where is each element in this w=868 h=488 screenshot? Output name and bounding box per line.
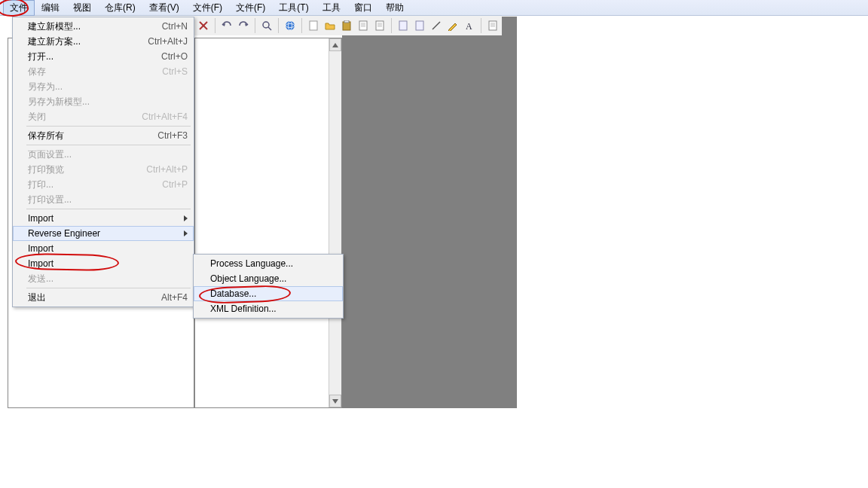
- undo-icon[interactable]: [219, 18, 234, 33]
- menu-item[interactable]: 工具(T): [272, 0, 315, 16]
- menu-item: 另存为新模型...: [13, 94, 194, 109]
- doc-icon[interactable]: [412, 18, 427, 33]
- menu-item-label: 打开...: [28, 50, 161, 63]
- file-menu-dropdown: 建立新模型...Ctrl+N建立新方案...Ctrl+Alt+J打开...Ctr…: [12, 17, 194, 307]
- scrollbar-vertical[interactable]: [329, 38, 341, 407]
- menu-item[interactable]: Import: [13, 256, 194, 271]
- svg-rect-11: [310, 21, 317, 30]
- submenu-item[interactable]: Object Language...: [194, 271, 343, 286]
- submenu-arrow-icon: [184, 230, 188, 236]
- globe-icon[interactable]: [283, 18, 298, 33]
- menu-item-label: 保存: [28, 66, 162, 78]
- scroll-up-button[interactable]: [329, 38, 341, 51]
- svg-text:A: A: [466, 21, 472, 30]
- menu-item[interactable]: 建立新模型...Ctrl+N: [13, 19, 194, 34]
- paste-icon[interactable]: [339, 18, 354, 33]
- menu-item[interactable]: 工具: [316, 0, 347, 16]
- line-icon[interactable]: [429, 18, 444, 33]
- submenu-item-label: Object Language...: [210, 273, 286, 284]
- submenu-item[interactable]: XML Definition...: [194, 301, 343, 316]
- svg-point-6: [263, 22, 269, 28]
- menu-item[interactable]: Import: [13, 241, 194, 256]
- menu-shortcut: Ctrl+Alt+J: [148, 36, 188, 47]
- menu-shortcut: Ctrl+F3: [157, 130, 188, 141]
- menu-item[interactable]: 文件: [3, 0, 35, 16]
- menu-shortcut: Ctrl+S: [162, 66, 188, 77]
- menu-item-label: 打印预览: [28, 163, 146, 176]
- menu-shortcut: Alt+F4: [161, 292, 188, 303]
- menu-item-label: Import: [28, 258, 188, 269]
- menu-item: 页面设置...: [13, 147, 194, 162]
- menu-item[interactable]: 退出Alt+F4: [13, 290, 194, 305]
- menu-item[interactable]: 建立新方案...Ctrl+Alt+J: [13, 34, 194, 49]
- find-icon[interactable]: [259, 18, 274, 33]
- menu-item[interactable]: Import: [13, 211, 194, 226]
- menu-shortcut: Ctrl+P: [162, 179, 188, 190]
- mid-panel: [194, 38, 342, 408]
- menu-item: 发送...: [13, 271, 194, 286]
- menu-item[interactable]: 文件(F): [186, 0, 229, 16]
- right-grey-area: [342, 17, 517, 408]
- new-icon[interactable]: [306, 18, 321, 33]
- menu-item-label: 另存为...: [28, 81, 188, 93]
- svg-point-8: [286, 21, 295, 30]
- menu-item: 打印...Ctrl+P: [13, 177, 194, 192]
- svg-marker-0: [332, 43, 338, 47]
- submenu-item-label: Database...: [210, 288, 256, 299]
- doc-icon[interactable]: [396, 18, 411, 33]
- menu-item[interactable]: 查看(V): [142, 0, 186, 16]
- menu-item[interactable]: 窗口: [347, 0, 379, 16]
- menu-separator: [26, 126, 191, 127]
- toolbar-separator: [255, 18, 255, 33]
- menu-item-label: Reverse Engineer: [28, 228, 184, 239]
- menu-item[interactable]: 仓库(R): [98, 0, 142, 16]
- page-icon[interactable]: [485, 18, 500, 33]
- menubar: 文件编辑视图仓库(R)查看(V)文件(F)文件(F)工具(T)工具窗口帮助: [0, 0, 868, 16]
- svg-rect-13: [344, 20, 349, 23]
- menu-item-label: 退出: [28, 291, 161, 304]
- menu-item: 保存Ctrl+S: [13, 64, 194, 79]
- toolbar-separator: [481, 18, 481, 33]
- page-icon[interactable]: [356, 18, 371, 33]
- menu-item: 打印设置...: [13, 192, 194, 207]
- menu-item: 另存为...: [13, 79, 194, 94]
- scroll-down-button[interactable]: [329, 395, 341, 407]
- page-icon[interactable]: [372, 18, 387, 33]
- menu-item[interactable]: 帮助: [379, 0, 411, 16]
- menu-item[interactable]: Reverse Engineer: [13, 226, 194, 241]
- menu-item[interactable]: 视图: [66, 0, 98, 16]
- menu-item-label: Import: [28, 213, 184, 224]
- svg-marker-1: [332, 399, 338, 404]
- redo-icon[interactable]: [236, 18, 251, 33]
- svg-rect-18: [376, 21, 384, 30]
- menu-item-label: 打印...: [28, 178, 162, 191]
- menu-item-label: 发送...: [28, 273, 188, 285]
- submenu-item[interactable]: Process Language...: [194, 256, 343, 271]
- svg-rect-14: [359, 21, 367, 30]
- toolbar-separator: [301, 18, 302, 33]
- menu-separator: [26, 145, 191, 145]
- menu-shortcut: Ctrl+Alt+P: [146, 164, 188, 175]
- menu-item: 关闭Ctrl+Alt+F4: [13, 109, 194, 124]
- submenu-item[interactable]: Database...: [194, 286, 343, 301]
- menu-item[interactable]: 保存所有Ctrl+F3: [13, 128, 194, 143]
- text-icon[interactable]: A: [462, 18, 477, 33]
- menu-item-label: 建立新模型...: [28, 20, 162, 33]
- menu-shortcut: Ctrl+N: [162, 21, 188, 32]
- submenu-arrow-icon: [184, 215, 188, 221]
- menu-item[interactable]: 文件(F): [229, 0, 272, 16]
- menu-item[interactable]: 打开...Ctrl+O: [13, 49, 194, 64]
- pen-icon[interactable]: [445, 18, 460, 33]
- close-icon[interactable]: [196, 18, 211, 33]
- svg-line-24: [432, 22, 440, 29]
- menu-item-label: 页面设置...: [28, 148, 188, 161]
- toolbar-separator: [278, 18, 279, 33]
- svg-rect-23: [416, 21, 423, 30]
- svg-rect-22: [399, 21, 407, 30]
- menu-shortcut: Ctrl+O: [161, 51, 188, 62]
- menu-item-label: 打印设置...: [28, 194, 188, 206]
- menu-shortcut: Ctrl+Alt+F4: [142, 111, 188, 122]
- menu-separator: [26, 288, 191, 288]
- open-icon[interactable]: [322, 18, 338, 33]
- menu-item[interactable]: 编辑: [35, 0, 66, 16]
